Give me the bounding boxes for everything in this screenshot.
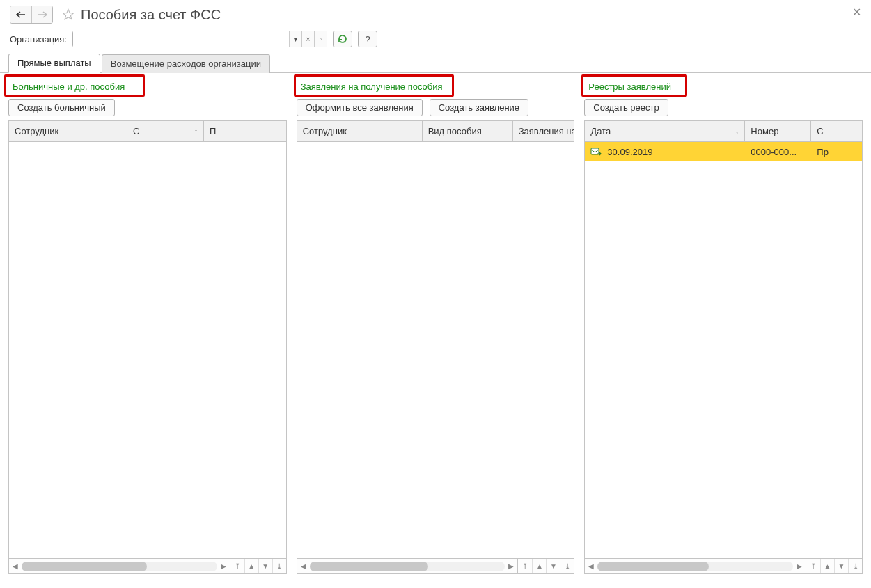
create-registry-button[interactable]: Создать реестр [584,99,668,116]
panel1-grid: Сотрудник С↑ П ◀ ▶ ⤒ ▲ ▼ ⤓ [8,120,287,574]
panel3-body[interactable]: 30.09.2019 0000-000... Пр [585,142,862,558]
scroll-thumb[interactable] [310,562,428,571]
panel1-title: Больничные и др. пособия [8,79,287,95]
col-date[interactable]: Дата↓ [585,121,745,141]
hscrollbar[interactable]: ◀ ▶ [297,559,518,573]
create-application-button[interactable]: Создать заявление [430,99,528,116]
nav-last-icon[interactable]: ⤓ [848,559,862,573]
scroll-left-icon[interactable]: ◀ [299,562,308,570]
nav-forward-button[interactable] [31,6,52,23]
scroll-thumb[interactable] [597,562,709,571]
col-employee[interactable]: Сотрудник [9,121,127,141]
svg-marker-0 [63,10,74,19]
nav-down-icon[interactable]: ▼ [834,559,848,573]
nav-first-icon[interactable]: ⤒ [806,559,820,573]
scroll-thumb[interactable] [22,562,147,571]
panel-sick-leave: Больничные и др. пособия Создать больнич… [8,79,287,574]
nav-last-icon[interactable]: ⤓ [272,559,286,573]
table-row[interactable]: 30.09.2019 0000-000... Пр [585,142,862,161]
cell-status: Пр [817,147,829,157]
scroll-left-icon[interactable]: ◀ [10,562,20,570]
panel-registries: Реестры заявлений Создать реестр Дата↓ Н… [584,79,863,574]
col-p[interactable]: П [204,121,286,141]
nav-first-icon[interactable]: ⤒ [518,559,532,573]
nav-down-icon[interactable]: ▼ [258,559,272,573]
tab-direct-payments[interactable]: Прямые выплаты [8,54,100,73]
cell-date: 30.09.2019 [607,147,652,157]
col-from[interactable]: С↑ [127,121,204,141]
org-combobox[interactable]: ▾ × ▫ [72,31,327,47]
favorite-star-button[interactable] [60,6,77,23]
panel3-grid: Дата↓ Номер С 30.09.2019 0000-000... Пр [584,120,863,574]
cell-number: 0000-000... [751,147,797,157]
tab-reimbursement[interactable]: Возмещение расходов организации [102,54,270,73]
chevron-down-icon: ▾ [294,35,297,43]
document-sent-icon [590,147,602,157]
sort-desc-icon: ↓ [735,127,739,135]
arrow-left-icon [16,11,26,18]
dropdown-button[interactable]: ▾ [289,31,301,47]
col-applications[interactable]: Заявления на выплат [513,121,574,141]
panel1-body[interactable] [9,142,286,558]
nav-down-icon[interactable]: ▼ [546,559,560,573]
star-icon [62,8,74,21]
page-title: Пособия за счет ФСС [81,7,221,23]
close-button[interactable]: ✕ [852,6,861,19]
create-sick-leave-button[interactable]: Создать больничный [8,99,115,116]
clear-button[interactable]: × [301,31,314,47]
org-input[interactable] [73,31,289,47]
hscrollbar[interactable]: ◀ ▶ [585,559,806,573]
create-all-applications-button[interactable]: Оформить все заявления [297,99,423,116]
hscrollbar[interactable]: ◀ ▶ [9,559,230,573]
panel-applications: Заявления на получение пособия Оформить … [297,79,575,574]
nav-last-icon[interactable]: ⤓ [560,559,574,573]
org-filter-label: Организация: [10,34,67,45]
refresh-button[interactable] [333,31,352,47]
nav-up-icon[interactable]: ▲ [244,559,258,573]
nav-first-icon[interactable]: ⤒ [230,559,244,573]
sort-asc-icon: ↑ [194,127,198,135]
x-icon: × [306,35,311,43]
scroll-right-icon[interactable]: ▶ [219,562,228,570]
panel3-title: Реестры заявлений [584,79,863,95]
open-icon: ▫ [320,35,322,43]
nav-up-icon[interactable]: ▲ [532,559,546,573]
col-benefit-type[interactable]: Вид пособия [423,121,513,141]
arrow-right-icon [38,11,47,18]
nav-up-icon[interactable]: ▲ [820,559,834,573]
nav-back-button[interactable] [10,6,31,23]
scroll-left-icon[interactable]: ◀ [586,562,596,570]
col-employee[interactable]: Сотрудник [297,121,423,141]
refresh-icon [337,33,348,45]
help-button[interactable]: ? [358,31,377,47]
panel2-body[interactable] [297,142,574,558]
col-status[interactable]: С [811,121,862,141]
col-number[interactable]: Номер [745,121,811,141]
scroll-right-icon[interactable]: ▶ [794,562,804,570]
panel2-title: Заявления на получение пособия [297,79,575,95]
scroll-right-icon[interactable]: ▶ [506,562,516,570]
open-dialog-button[interactable]: ▫ [314,31,327,47]
panel2-grid: Сотрудник Вид пособия Заявления на выпла… [297,120,575,574]
